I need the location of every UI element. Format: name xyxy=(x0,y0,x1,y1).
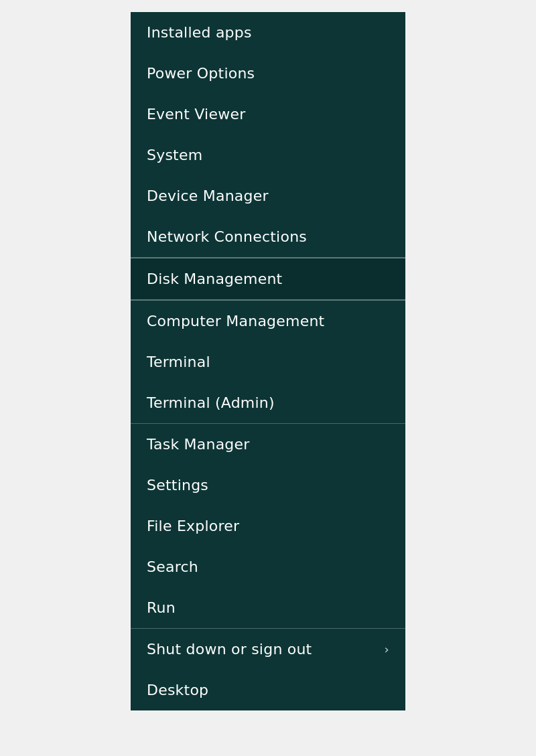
menu-item-label-desktop: Desktop xyxy=(147,682,208,698)
menu-item-device-manager[interactable]: Device Manager xyxy=(131,175,405,216)
menu-item-label-computer-management: Computer Management xyxy=(147,313,324,329)
menu-item-label-disk-management: Disk Management xyxy=(147,271,282,287)
menu-item-terminal-admin[interactable]: Terminal (Admin) xyxy=(131,382,405,423)
menu-item-label-settings: Settings xyxy=(147,477,208,494)
menu-item-label-terminal-admin: Terminal (Admin) xyxy=(147,394,275,411)
menu-item-label-search: Search xyxy=(147,558,198,575)
menu-item-installed-apps[interactable]: Installed apps xyxy=(131,12,405,53)
menu-item-label-system: System xyxy=(147,147,202,163)
menu-item-label-shut-down: Shut down or sign out xyxy=(147,641,312,658)
menu-item-search[interactable]: Search xyxy=(131,546,405,587)
chevron-icon-shut-down: › xyxy=(385,642,389,656)
menu-item-label-device-manager: Device Manager xyxy=(147,187,269,204)
menu-item-disk-management[interactable]: Disk Management xyxy=(131,257,405,301)
menu-item-settings[interactable]: Settings xyxy=(131,465,405,506)
menu-item-terminal[interactable]: Terminal xyxy=(131,342,405,382)
menu-item-run[interactable]: Run xyxy=(131,587,405,628)
menu-item-label-task-manager: Task Manager xyxy=(147,436,250,453)
menu-item-label-run: Run xyxy=(147,599,176,616)
menu-item-label-file-explorer: File Explorer xyxy=(147,518,239,534)
menu-item-file-explorer[interactable]: File Explorer xyxy=(131,506,405,546)
menu-item-power-options[interactable]: Power Options xyxy=(131,53,405,94)
menu-item-label-event-viewer: Event Viewer xyxy=(147,106,245,123)
menu-item-label-power-options: Power Options xyxy=(147,65,255,82)
context-menu: Installed appsPower OptionsEvent ViewerS… xyxy=(131,12,405,710)
menu-item-shut-down[interactable]: Shut down or sign out› xyxy=(131,629,405,670)
menu-item-computer-management[interactable]: Computer Management xyxy=(131,301,405,342)
menu-item-label-network-connections: Network Connections xyxy=(147,228,307,245)
menu-item-system[interactable]: System xyxy=(131,135,405,175)
menu-item-label-terminal: Terminal xyxy=(147,354,210,370)
menu-item-network-connections[interactable]: Network Connections xyxy=(131,216,405,257)
menu-item-label-installed-apps: Installed apps xyxy=(147,24,252,41)
menu-item-desktop[interactable]: Desktop xyxy=(131,670,405,710)
menu-item-task-manager[interactable]: Task Manager xyxy=(131,424,405,465)
menu-item-event-viewer[interactable]: Event Viewer xyxy=(131,94,405,135)
